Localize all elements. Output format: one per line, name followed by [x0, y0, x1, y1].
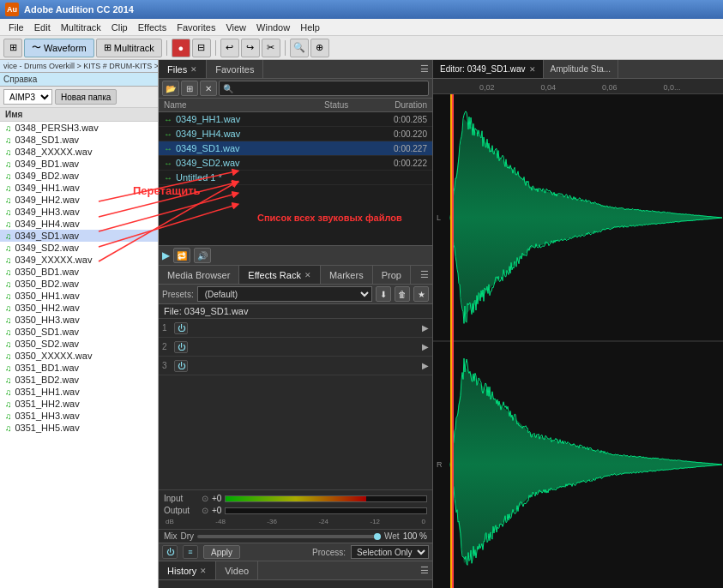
file-row[interactable]: ↔Untitled 1 * [159, 171, 432, 185]
tab-markers[interactable]: Markers [321, 266, 373, 284]
left-file-item[interactable]: ♫0349_XXXXX.wav [0, 254, 158, 266]
left-file-item[interactable]: ♫0349_HH1.wav [0, 182, 158, 194]
presets-select[interactable]: (Default) [197, 286, 372, 302]
files-panel-menu[interactable]: ☰ [420, 63, 429, 75]
left-file-item[interactable]: ♫0349_SD2.wav [0, 242, 158, 254]
left-file-item[interactable]: ♫0348_SD1.wav [0, 134, 158, 146]
col-status-header[interactable]: Status [324, 100, 376, 110]
new-folder-btn[interactable]: Новая папка [55, 89, 117, 105]
waveform-btn[interactable]: 〜 Waveform [24, 39, 94, 57]
toolbar-btn7[interactable]: ⊕ [310, 39, 329, 57]
toolbar-btn5[interactable]: ✂ [262, 39, 280, 57]
left-file-item[interactable]: ♫0349_HH2.wav [0, 194, 158, 206]
files-btn2[interactable]: ⊞ [181, 81, 198, 96]
left-file-item[interactable]: ♫0350_BD1.wav [0, 266, 158, 278]
left-file-item[interactable]: ♫0350_HH3.wav [0, 314, 158, 326]
file-row[interactable]: ↔0349_HH1.wav 0:00.285 [159, 112, 432, 127]
menu-edit[interactable]: Edit [29, 21, 56, 34]
col-name-header[interactable]: Name [164, 100, 324, 110]
apply-btn[interactable]: Apply [203, 545, 240, 559]
left-file-item[interactable]: ♫0351_BD2.wav [0, 374, 158, 386]
slot-arrow[interactable]: ▶ [422, 323, 429, 333]
slot-power-btn[interactable]: ⏻ [174, 322, 188, 334]
left-file-item[interactable]: ♫0349_BD1.wav [0, 158, 158, 170]
tab-history[interactable]: History ✕ [159, 561, 216, 579]
files-btn3[interactable]: ✕ [200, 81, 217, 96]
left-file-item[interactable]: ♫0349_HH4.wav [0, 218, 158, 230]
tab-favorites[interactable]: Favorites [207, 60, 263, 78]
record-btn[interactable]: ● [172, 39, 190, 57]
toolbar-btn2[interactable]: ⊟ [192, 39, 211, 57]
menu-window[interactable]: Window [251, 21, 295, 34]
menu-favorites[interactable]: Favorites [172, 21, 220, 34]
multitrack-btn[interactable]: ⊞ Multitrack [96, 39, 162, 57]
history-panel-menu[interactable]: ☰ [420, 565, 429, 576]
tab-editor-close[interactable]: ✕ [529, 65, 536, 74]
slot-power-btn[interactable]: ⏻ [174, 360, 188, 372]
tab-video[interactable]: Video [216, 561, 258, 579]
left-file-item[interactable]: ♫0350_SD1.wav [0, 326, 158, 338]
slot-arrow[interactable]: ▶ [422, 342, 429, 351]
left-file-item[interactable]: ♫0348_XXXXX.wav [0, 146, 158, 158]
left-file-item[interactable]: ♫0348_PERSH3.wav [0, 122, 158, 134]
tab-files[interactable]: Files ✕ [159, 60, 207, 78]
left-file-item[interactable]: ♫0350_HH1.wav [0, 290, 158, 302]
effects-panel-menu[interactable]: ☰ [420, 269, 429, 280]
menu-effects[interactable]: Effects [133, 21, 172, 34]
volume-btn[interactable]: 🔊 [194, 248, 211, 263]
left-file-item[interactable]: ♫0351_HH2.wav [0, 398, 158, 410]
source-select[interactable]: AIMP3 [3, 89, 52, 105]
process-select[interactable]: Selection Only [351, 545, 429, 559]
menu-multitrack[interactable]: Multitrack [56, 21, 106, 34]
effects-list-btn[interactable]: ≡ [183, 545, 198, 559]
tab-files-close[interactable]: ✕ [190, 65, 197, 74]
mix-slider[interactable] [197, 535, 381, 538]
tab-editor-sd1[interactable]: Editor: 0349_SD1.wav ✕ [433, 60, 544, 78]
tab-media-browser[interactable]: Media Browser [159, 266, 239, 284]
loop-btn[interactable]: 🔁 [173, 248, 190, 263]
file-row[interactable]: ↔0349_SD2.wav 0:00.222 [159, 156, 432, 171]
tab-effects-close[interactable]: ✕ [304, 271, 311, 279]
file-row[interactable]: ↔0349_SD1.wav 0:00.227 [159, 141, 432, 156]
tab-amplitude[interactable]: Amplitude Sta... [544, 60, 619, 78]
slot-arrow[interactable]: ▶ [422, 361, 429, 370]
left-file-item[interactable]: ♫0351_HH1.wav [0, 386, 158, 398]
left-file-item[interactable]: ♫0349_SD1.wav [0, 230, 158, 242]
left-file-item[interactable]: ♫0351_HH3.wav [0, 410, 158, 422]
presets-save-btn[interactable]: ⬇ [376, 286, 391, 302]
left-file-item[interactable]: ♫0350_BD2.wav [0, 278, 158, 290]
slot-power-btn[interactable]: ⏻ [174, 341, 188, 353]
toolbar-btn6[interactable]: 🔍 [290, 39, 309, 57]
tab-effects-rack[interactable]: Effects Rack ✕ [239, 266, 321, 284]
left-file-item[interactable]: ♫0350_HH2.wav [0, 302, 158, 314]
toolbar-btn3[interactable]: ↩ [220, 39, 239, 57]
left-file-item[interactable]: ♫0349_BD2.wav [0, 170, 158, 182]
toolbar-btn4[interactable]: ↪ [241, 39, 260, 57]
left-file-item[interactable]: ♫0350_XXXXX.wav [0, 350, 158, 362]
toolbar-icon1[interactable]: ⊞ [3, 39, 22, 57]
effects-power-btn[interactable]: ⏻ [162, 545, 178, 559]
col-duration-header[interactable]: Duration [376, 100, 427, 110]
tab-prop[interactable]: Prop [373, 266, 411, 284]
file-audio-icon: ♫ [5, 411, 12, 421]
files-open-btn[interactable]: 📂 [162, 81, 179, 96]
presets-delete-btn[interactable]: 🗑 [395, 286, 410, 302]
help-label: Справка [0, 73, 158, 87]
audio-icon: ↔ [164, 159, 172, 168]
wet-percent: 100 % [403, 531, 427, 541]
left-file-item[interactable]: ♫0350_SD2.wav [0, 338, 158, 350]
left-file-item[interactable]: ♫0351_HH5.wav [0, 422, 158, 434]
left-file-item[interactable]: ♫0351_BD1.wav [0, 362, 158, 374]
waveform-area[interactable] [433, 94, 723, 588]
menu-view[interactable]: View [220, 21, 251, 34]
left-file-item[interactable]: ♫0349_HH3.wav [0, 206, 158, 218]
files-search[interactable] [219, 81, 429, 96]
file-row[interactable]: ↔0349_HH4.wav 0:00.220 [159, 127, 432, 141]
tab-history-close[interactable]: ✕ [200, 567, 207, 575]
menu-file[interactable]: File [3, 21, 29, 34]
menu-help[interactable]: Help [295, 21, 325, 34]
audio-icon: ↔ [164, 115, 172, 124]
presets-star-btn[interactable]: ★ [413, 286, 429, 302]
play-button[interactable]: ▶ [162, 249, 170, 261]
menu-clip[interactable]: Clip [106, 21, 133, 34]
